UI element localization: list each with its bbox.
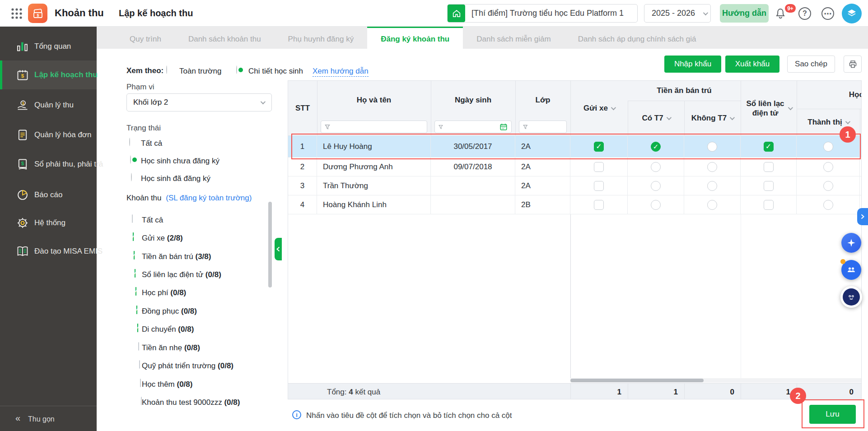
table-hscroll-track[interactable] xyxy=(570,378,862,383)
contact-checkbox[interactable] xyxy=(764,162,774,172)
contact-checkbox[interactable] xyxy=(764,200,774,210)
radio-chi-tiet-hoc-sinh-label[interactable]: Chi tiết học sinh xyxy=(248,67,303,76)
fee-label[interactable]: Gửi xe (2/8) xyxy=(142,234,183,243)
filter-input-class[interactable] xyxy=(519,120,567,133)
filter-name-field[interactable] xyxy=(333,123,423,131)
assistant-button[interactable] xyxy=(841,233,861,253)
fee-checkbox-dong-phuc[interactable] xyxy=(136,306,137,314)
radio-status-tat-ca-label[interactable]: Tất cả xyxy=(141,139,162,148)
col-header-meal-sat[interactable]: Có T7 xyxy=(628,101,684,136)
sidebar-collapse-button[interactable]: « Thu gọn xyxy=(0,408,97,431)
radio-toan-truong[interactable] xyxy=(166,65,167,74)
app-grid-icon[interactable] xyxy=(11,8,23,19)
print-button[interactable] xyxy=(844,56,862,73)
col-header-dob[interactable]: Ngày sinh xyxy=(431,81,515,120)
view-guide-link[interactable]: Xem hướng dẫn xyxy=(313,67,369,77)
fee-label[interactable]: Tiền ăn nhẹ (0/8) xyxy=(142,343,200,352)
tab-danh-sach-ap-dung-chinh-sach-gia[interactable]: Danh sách áp dụng chính sách giá xyxy=(565,27,710,49)
tab-phu-huynh-dang-ky[interactable]: Phụ huynh đăng ký xyxy=(275,27,368,49)
meal-sat-radio[interactable] xyxy=(651,200,661,210)
fee-checkbox-di-chuyen[interactable] xyxy=(137,324,138,332)
filter-dob-field[interactable] xyxy=(446,123,499,131)
col-header-class[interactable]: Lớp xyxy=(515,81,570,120)
fee-label[interactable]: Sổ liên lạc điện tử (0/8) xyxy=(142,270,221,279)
table-hscroll-thumb[interactable] xyxy=(570,379,704,382)
radio-chi-tiet-hoc-sinh[interactable] xyxy=(236,65,237,74)
tuition-urban-radio[interactable] xyxy=(823,200,833,210)
table-row[interactable]: 1 Lê Huy Hoàng 30/05/2017 2A xyxy=(288,136,862,158)
table-row[interactable]: 2 Dương Phương Anh 09/07/2018 2A xyxy=(288,158,862,176)
meal-nosat-radio[interactable] xyxy=(707,200,717,210)
panel-collapse-handle[interactable] xyxy=(275,238,282,260)
tab-quy-trinh[interactable]: Quy trình xyxy=(116,27,175,49)
import-button[interactable]: Nhập khẩu xyxy=(664,56,721,73)
sidebar-item-so-phai-thu-phai-tra[interactable]: $ Sổ phải thu, phải trả xyxy=(0,150,97,179)
sidebar-item-quan-ly-thu[interactable]: $ Quản lý thu xyxy=(0,91,97,120)
col-header-parking[interactable]: Gửi xe xyxy=(570,81,628,136)
parking-checkbox[interactable] xyxy=(594,162,604,172)
help-icon[interactable]: ? xyxy=(798,7,811,20)
community-button[interactable] xyxy=(841,260,861,280)
scope-select[interactable]: Khối lớp 2 xyxy=(126,93,272,111)
meal-sat-radio[interactable] xyxy=(651,142,661,152)
tab-danh-sach-mien-giam[interactable]: Danh sách miễn giảm xyxy=(463,27,564,49)
fee-label[interactable]: Quỹ phát triển trường (0/8) xyxy=(142,361,233,371)
fee-label[interactable]: Học thêm (0/8) xyxy=(142,380,192,389)
sidebar-item-he-thong[interactable]: Hệ thống xyxy=(0,209,97,237)
export-button[interactable]: Xuất khẩu xyxy=(725,56,779,73)
fee-label[interactable]: Đồng phục (0/8) xyxy=(142,307,197,316)
meal-sat-radio[interactable] xyxy=(651,162,661,172)
panel-scrollbar[interactable] xyxy=(268,202,272,287)
tuition-urban-radio[interactable] xyxy=(823,142,833,152)
parking-checkbox[interactable] xyxy=(594,142,604,152)
tab-danh-sach-khoan-thu[interactable]: Danh sách khoản thu xyxy=(175,27,275,49)
fee-checkbox-tien-an-nhe[interactable] xyxy=(138,342,139,351)
meal-nosat-radio[interactable] xyxy=(707,181,717,191)
fee-label[interactable]: Tất cả xyxy=(142,216,163,225)
fee-checkbox-hoc-them[interactable] xyxy=(140,379,141,387)
filter-class-field[interactable] xyxy=(530,123,563,131)
fee-label[interactable]: Tiền ăn bán trú (3/8) xyxy=(142,252,211,261)
col-header-meal-nosat[interactable]: Không T7 xyxy=(684,101,741,136)
meal-sat-radio[interactable] xyxy=(651,181,661,191)
fee-checkbox-hoc-phi[interactable] xyxy=(135,287,136,296)
side-panel-expand-tab[interactable] xyxy=(857,208,868,225)
radio-status-da-dang-ky[interactable] xyxy=(131,173,132,181)
fee-checkbox-tien-an-ban-tru[interactable] xyxy=(134,251,135,260)
fee-label[interactable]: Khoản thu test 9000zzz (0/8) xyxy=(142,398,240,407)
fee-checkbox-tat-ca[interactable] xyxy=(132,214,133,223)
fee-checkbox-so-lien-lac[interactable] xyxy=(135,269,135,278)
user-avatar[interactable] xyxy=(842,4,862,23)
col-header-contact-book[interactable]: Sổ liên lạc điện tử xyxy=(741,81,797,136)
table-row[interactable]: 4 Hoàng Khánh Linh 2B xyxy=(288,195,862,214)
school-year-dropdown[interactable]: 2025 - 2026 xyxy=(644,4,711,23)
sidebar-item-lap-ke-hoach-thu[interactable]: $ Lập kế hoạch thu xyxy=(0,60,97,89)
calendar-icon[interactable] xyxy=(499,123,508,131)
radio-toan-truong-label[interactable]: Toàn trường xyxy=(179,67,221,76)
fee-checkbox-gui-xe[interactable] xyxy=(133,232,134,241)
parking-checkbox[interactable] xyxy=(594,200,604,210)
fee-checkbox-quy-phat-trien[interactable] xyxy=(139,360,140,369)
contact-checkbox[interactable] xyxy=(764,142,774,152)
radio-status-da-dang-ky-label[interactable]: Học sinh đã đăng ký xyxy=(141,174,210,183)
sidebar-item-bao-cao[interactable]: Báo cáo xyxy=(0,181,97,209)
filter-input-name[interactable] xyxy=(321,120,427,133)
col-header-name[interactable]: Họ và tên xyxy=(317,81,431,120)
parking-checkbox[interactable] xyxy=(594,181,604,191)
guide-button[interactable]: Hướng dẫn xyxy=(720,4,769,23)
sidebar-item-quan-ly-hoa-don[interactable]: Quản lý hóa đơn xyxy=(0,120,97,149)
tuition-urban-radio[interactable] xyxy=(823,162,833,172)
fee-label[interactable]: Di chuyển (0/8) xyxy=(142,325,194,334)
tuition-urban-radio[interactable] xyxy=(823,181,833,191)
fee-label[interactable]: Học phí (0/8) xyxy=(142,288,186,297)
tab-dang-ky-khoan-thu[interactable]: Đăng ký khoản thu xyxy=(367,27,463,49)
school-selector[interactable]: [Thí điểm] Trường tiểu học Edu Platform … xyxy=(447,4,638,23)
radio-status-chua-dang-ky[interactable] xyxy=(130,155,131,164)
col-group-tuition[interactable]: Học phí xyxy=(797,81,862,109)
col-header-stt[interactable]: STT xyxy=(288,81,317,136)
table-row[interactable]: 3 Trần Thường 2A xyxy=(288,176,862,195)
sidebar-item-dao-tao-misa-emis[interactable]: Đào tạo MISA EMIS xyxy=(0,237,97,266)
contact-checkbox[interactable] xyxy=(764,181,774,191)
col-group-meal[interactable]: Tiền ăn bán trú xyxy=(628,81,741,101)
sidebar-item-tong-quan[interactable]: Tổng quan xyxy=(0,32,97,61)
